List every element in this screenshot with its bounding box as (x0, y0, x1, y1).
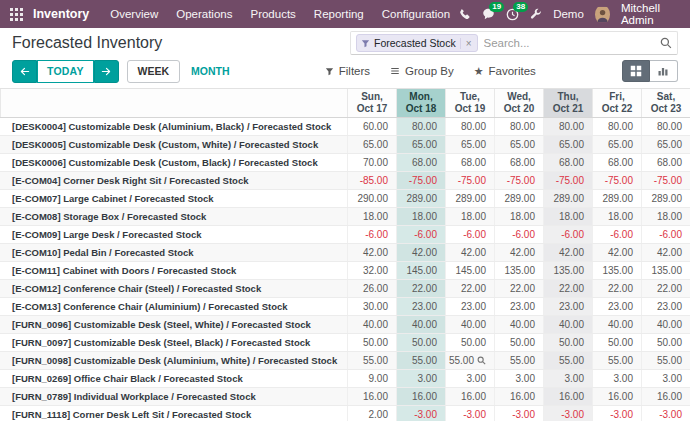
grid-cell[interactable]: 80.00 (543, 118, 592, 135)
grid-cell[interactable]: -6.00 (543, 226, 592, 243)
grid-cell[interactable]: 42.00 (494, 244, 543, 261)
grid-cell[interactable]: 22.00 (445, 280, 494, 297)
grid-cell[interactable]: -6.00 (592, 226, 641, 243)
apps-menu-icon[interactable] (10, 8, 23, 21)
grid-cell[interactable]: 22.00 (494, 280, 543, 297)
grid-cell[interactable]: 40.00 (445, 316, 494, 333)
grid-cell[interactable]: 3.00 (592, 370, 641, 387)
app-name[interactable]: Inventory (33, 7, 89, 21)
grid-cell[interactable]: -3.00 (445, 406, 494, 421)
grid-view-button[interactable] (622, 60, 650, 82)
phone-icon[interactable] (459, 8, 471, 20)
grid-cell[interactable]: 290.00 (347, 190, 396, 207)
grid-cell[interactable]: 3.00 (396, 370, 445, 387)
grid-cell[interactable]: 289.00 (494, 190, 543, 207)
row-label[interactable]: [FURN_0097] Customizable Desk (Steel, Bl… (0, 334, 347, 351)
grid-cell[interactable]: 68.00 (641, 154, 690, 171)
row-label[interactable]: [E-COM10] Pedal Bin / Forecasted Stock (0, 244, 347, 261)
avatar[interactable] (595, 5, 610, 24)
nav-menu-products[interactable]: Products (241, 0, 304, 28)
grid-cell[interactable]: 3.00 (543, 370, 592, 387)
grid-cell[interactable]: 50.00 (543, 334, 592, 351)
grid-cell[interactable]: 68.00 (445, 154, 494, 171)
grid-cell[interactable]: 18.00 (494, 208, 543, 225)
grid-cell[interactable]: -3.00 (592, 406, 641, 421)
grid-cell[interactable]: 50.00 (445, 334, 494, 351)
grid-cell[interactable]: 65.00 (445, 136, 494, 153)
grid-cell[interactable]: 16.00 (494, 388, 543, 405)
previous-week-button[interactable] (12, 60, 37, 83)
grid-cell[interactable]: 3.00 (445, 370, 494, 387)
grid-cell[interactable]: 135.00 (592, 262, 641, 279)
grid-cell[interactable]: 65.00 (396, 136, 445, 153)
grid-cell[interactable]: 42.00 (592, 244, 641, 261)
grid-cell[interactable]: 23.00 (396, 298, 445, 315)
grid-cell[interactable]: 23.00 (494, 298, 543, 315)
grid-cell[interactable]: -3.00 (494, 406, 543, 421)
grid-cell[interactable]: 42.00 (641, 244, 690, 261)
grid-cell[interactable]: 68.00 (494, 154, 543, 171)
search-icon[interactable] (660, 37, 672, 49)
activities-clock-icon[interactable]: 38 (506, 8, 519, 21)
grid-cell[interactable]: 22.00 (543, 280, 592, 297)
grid-cell[interactable]: 16.00 (543, 388, 592, 405)
grid-cell[interactable]: 16.00 (592, 388, 641, 405)
grid-cell[interactable]: 55.00 (641, 352, 690, 369)
grid-cell[interactable]: -6.00 (347, 226, 396, 243)
grid-cell[interactable]: 18.00 (396, 208, 445, 225)
row-label[interactable]: [FURN_1118] Corner Desk Left Sit / Forec… (0, 406, 347, 421)
grid-cell[interactable]: 18.00 (592, 208, 641, 225)
grid-cell[interactable]: 289.00 (396, 190, 445, 207)
grid-cell[interactable]: 2.00 (347, 406, 396, 421)
grid-cell[interactable]: -85.00 (347, 172, 396, 189)
row-label[interactable]: [DESK0006] Customizable Desk (Custom, Bl… (0, 154, 347, 171)
column-header[interactable]: Wed,Oct 20 (494, 89, 543, 117)
row-label[interactable]: [FURN_0098] Customizable Desk (Aluminium… (0, 352, 347, 369)
grid-cell[interactable]: 65.00 (543, 136, 592, 153)
grid-cell[interactable]: 289.00 (445, 190, 494, 207)
nav-menu-reporting[interactable]: Reporting (305, 0, 373, 28)
grid-cell[interactable]: -6.00 (494, 226, 543, 243)
group-by-dropdown[interactable]: Group By (390, 65, 454, 77)
nav-menu-operations[interactable]: Operations (167, 0, 241, 28)
grid-cell[interactable]: -75.00 (396, 172, 445, 189)
row-label[interactable]: [E-COM11] Cabinet with Doors / Forecaste… (0, 262, 347, 279)
grid-cell[interactable]: 50.00 (592, 334, 641, 351)
month-range-button[interactable]: MONTH (182, 60, 239, 83)
grid-cell[interactable]: 23.00 (592, 298, 641, 315)
grid-cell[interactable]: 42.00 (543, 244, 592, 261)
column-header[interactable]: Tue,Oct 19 (445, 89, 494, 117)
grid-cell[interactable]: 55.00 (396, 352, 445, 369)
today-button[interactable]: TODAY (37, 60, 94, 83)
grid-cell[interactable]: 16.00 (641, 388, 690, 405)
grid-cell[interactable]: 145.00 (445, 262, 494, 279)
grid-cell[interactable]: 135.00 (543, 262, 592, 279)
search-input[interactable] (484, 37, 654, 49)
messages-icon[interactable]: 19 (482, 8, 495, 20)
grid-cell[interactable]: 55.00 (445, 352, 494, 369)
grid-cell[interactable]: 16.00 (445, 388, 494, 405)
grid-cell[interactable]: 289.00 (641, 190, 690, 207)
grid-cell[interactable]: 42.00 (396, 244, 445, 261)
row-label[interactable]: [E-COM07] Large Cabinet / Forecasted Sto… (0, 190, 347, 207)
grid-cell[interactable]: 145.00 (396, 262, 445, 279)
column-header[interactable]: Mon,Oct 18 (396, 89, 445, 117)
row-label[interactable]: [FURN_0789] Individual Workplace / Forec… (0, 388, 347, 405)
grid-cell[interactable]: 80.00 (641, 118, 690, 135)
grid-cell[interactable]: 23.00 (641, 298, 690, 315)
grid-cell[interactable]: 50.00 (494, 334, 543, 351)
grid-cell[interactable]: -75.00 (641, 172, 690, 189)
grid-cell[interactable]: 70.00 (347, 154, 396, 171)
grid-cell[interactable]: 289.00 (543, 190, 592, 207)
grid-cell[interactable]: 80.00 (445, 118, 494, 135)
grid-cell[interactable]: 40.00 (396, 316, 445, 333)
grid-cell[interactable]: 65.00 (347, 136, 396, 153)
grid-cell[interactable]: -3.00 (396, 406, 445, 421)
row-label[interactable]: [FURN_0269] Office Chair Black / Forecas… (0, 370, 347, 387)
grid-cell[interactable]: 18.00 (543, 208, 592, 225)
grid-cell[interactable]: 42.00 (445, 244, 494, 261)
grid-cell[interactable]: 42.00 (347, 244, 396, 261)
grid-cell[interactable]: 30.00 (347, 298, 396, 315)
row-label[interactable]: [DESK0004] Customizable Desk (Aluminium,… (0, 118, 347, 135)
grid-cell[interactable]: -6.00 (641, 226, 690, 243)
